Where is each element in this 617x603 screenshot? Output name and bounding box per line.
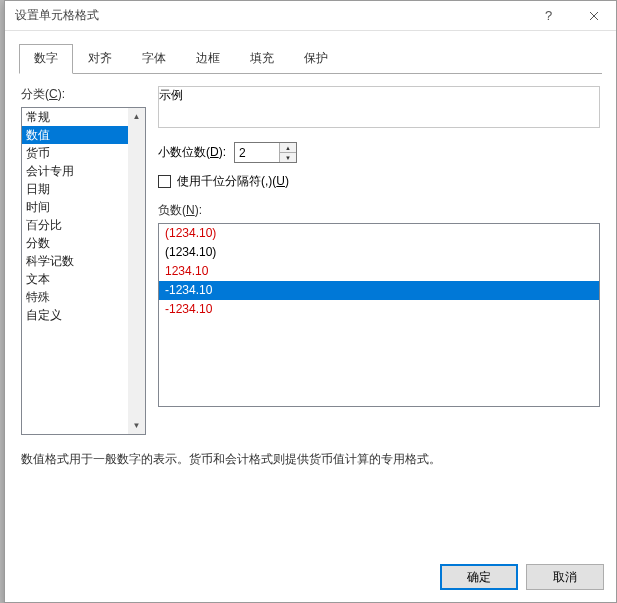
category-listbox[interactable]: 常规数值货币会计专用日期时间百分比分数科学记数文本特殊自定义 ▲ ▼: [21, 107, 146, 435]
category-item[interactable]: 货币: [22, 144, 128, 162]
example-groupbox: 示例: [158, 86, 600, 128]
help-icon: ?: [545, 8, 552, 23]
tab-3[interactable]: 边框: [181, 44, 235, 74]
scroll-up-icon[interactable]: ▲: [128, 108, 145, 125]
format-cells-dialog: 设置单元格格式 ? 数字对齐字体边框填充保护 分类(C): 常规数值货币会计专用…: [4, 0, 617, 603]
negative-format-listbox[interactable]: (1234.10)(1234.10)1234.10-1234.10-1234.1…: [158, 223, 600, 407]
negative-format-item[interactable]: 1234.10: [159, 262, 599, 281]
cancel-button[interactable]: 取消: [526, 564, 604, 590]
scroll-down-icon[interactable]: ▼: [128, 417, 145, 434]
dialog-footer: 确定 取消: [5, 556, 616, 602]
thousands-separator-label: 使用千位分隔符(,)(U): [177, 173, 289, 190]
tabs: 数字对齐字体边框填充保护: [19, 43, 602, 74]
decimal-places-spinner[interactable]: ▲ ▼: [234, 142, 297, 163]
close-button[interactable]: [571, 1, 616, 30]
category-item[interactable]: 百分比: [22, 216, 128, 234]
help-button[interactable]: ?: [526, 1, 571, 30]
negative-format-item[interactable]: -1234.10: [159, 281, 599, 300]
negative-label: 负数(N):: [158, 202, 600, 219]
category-item[interactable]: 特殊: [22, 288, 128, 306]
decimal-places-input[interactable]: [235, 143, 279, 162]
spinner-down-icon[interactable]: ▼: [280, 152, 296, 162]
category-item[interactable]: 数值: [22, 126, 128, 144]
category-item[interactable]: 日期: [22, 180, 128, 198]
ok-button-label: 确定: [467, 569, 491, 586]
category-item[interactable]: 常规: [22, 108, 128, 126]
example-label: 示例: [159, 88, 183, 102]
format-description: 数值格式用于一般数字的表示。货币和会计格式则提供货币值计算的专用格式。: [21, 451, 600, 468]
thousands-separator-checkbox[interactable]: [158, 175, 171, 188]
tab-4[interactable]: 填充: [235, 44, 289, 74]
tab-5[interactable]: 保护: [289, 44, 343, 74]
tab-1[interactable]: 对齐: [73, 44, 127, 74]
negative-format-item[interactable]: (1234.10): [159, 243, 599, 262]
category-item[interactable]: 时间: [22, 198, 128, 216]
category-item[interactable]: 文本: [22, 270, 128, 288]
scroll-track[interactable]: [128, 125, 145, 417]
category-item[interactable]: 科学记数: [22, 252, 128, 270]
cancel-button-label: 取消: [553, 569, 577, 586]
scrollbar[interactable]: ▲ ▼: [128, 108, 145, 434]
titlebar: 设置单元格格式 ?: [5, 1, 616, 31]
spinner-up-icon[interactable]: ▲: [280, 143, 296, 152]
negative-format-item[interactable]: (1234.10): [159, 224, 599, 243]
decimal-places-label: 小数位数(D):: [158, 144, 226, 161]
category-item[interactable]: 自定义: [22, 306, 128, 324]
close-icon: [589, 11, 599, 21]
tab-0[interactable]: 数字: [19, 44, 73, 74]
negative-format-item[interactable]: -1234.10: [159, 300, 599, 319]
ok-button[interactable]: 确定: [440, 564, 518, 590]
category-label: 分类(C):: [21, 86, 146, 103]
window-title: 设置单元格格式: [15, 7, 526, 24]
category-item[interactable]: 会计专用: [22, 162, 128, 180]
tab-2[interactable]: 字体: [127, 44, 181, 74]
category-item[interactable]: 分数: [22, 234, 128, 252]
